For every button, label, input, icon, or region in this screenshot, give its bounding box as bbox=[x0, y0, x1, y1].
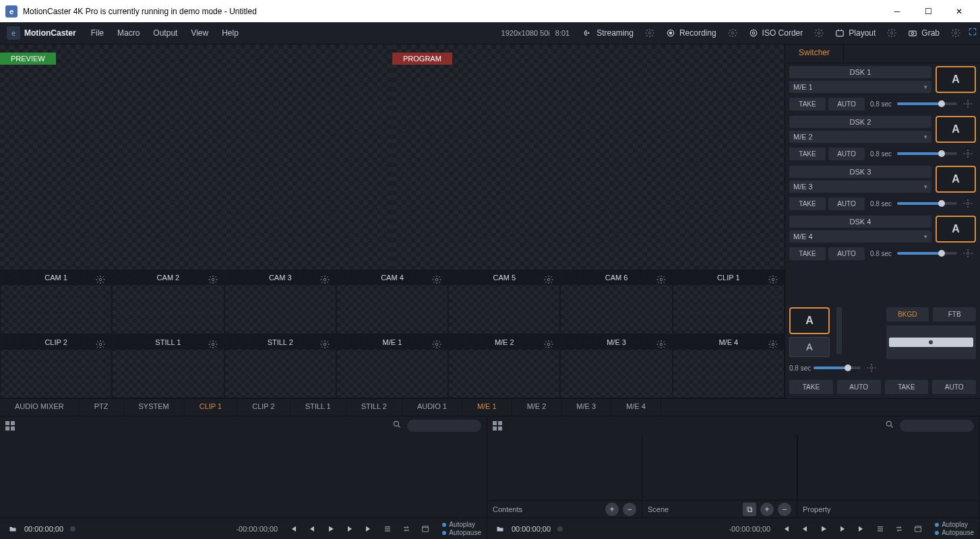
source-me1[interactable]: M/E 1 bbox=[336, 334, 448, 399]
dsk-auto-button[interactable]: AUTO bbox=[828, 98, 865, 110]
grab-button[interactable]: Grab bbox=[901, 26, 946, 40]
source-settings-icon[interactable] bbox=[541, 336, 557, 352]
menu-file[interactable]: File bbox=[84, 26, 111, 40]
mix-duration-slider[interactable] bbox=[814, 367, 860, 369]
skip-end-icon[interactable] bbox=[361, 521, 376, 536]
tab-audiomixer[interactable]: AUDIO MIXER bbox=[0, 399, 80, 416]
source-still2[interactable]: STILL 2 bbox=[224, 334, 336, 399]
dsk-duration-slider[interactable] bbox=[897, 102, 957, 105]
contents-remove-button[interactable]: − bbox=[623, 503, 636, 516]
mix-settings-icon[interactable] bbox=[863, 360, 880, 376]
dsk-select[interactable]: M/E 3 bbox=[789, 181, 931, 193]
source-cam1[interactable]: CAM 1 bbox=[0, 270, 112, 334]
source-settings-icon[interactable] bbox=[92, 272, 109, 288]
marker-dot[interactable] bbox=[70, 526, 75, 532]
source-settings-icon[interactable] bbox=[429, 336, 445, 352]
recording-settings-icon[interactable] bbox=[725, 25, 741, 41]
tab-still2[interactable]: STILL 2 bbox=[346, 399, 402, 416]
dsk-thumb[interactable]: A bbox=[936, 216, 976, 243]
source-cam5[interactable]: CAM 5 bbox=[448, 270, 560, 334]
tab-system[interactable]: SYSTEM bbox=[124, 399, 185, 416]
play-icon-2[interactable] bbox=[816, 521, 831, 536]
skip-start-icon-2[interactable] bbox=[778, 521, 793, 536]
folder-icon-2[interactable] bbox=[493, 521, 508, 536]
search-input[interactable] bbox=[407, 420, 481, 432]
loop-icon-2[interactable] bbox=[892, 521, 907, 536]
grid-view-icon-2[interactable] bbox=[493, 421, 502, 431]
marker-dot-2[interactable] bbox=[557, 526, 563, 532]
preview-monitor[interactable] bbox=[0, 44, 392, 270]
dsk-take-button[interactable]: TAKE bbox=[789, 247, 826, 260]
tab-me1[interactable]: M/E 1 bbox=[462, 399, 512, 416]
streaming-button[interactable]: Streaming bbox=[576, 26, 640, 40]
tab-ptz[interactable]: PTZ bbox=[80, 399, 124, 416]
dsk-settings-icon[interactable] bbox=[960, 245, 976, 261]
tab-me3[interactable]: M/E 3 bbox=[561, 399, 611, 416]
dsk-duration-slider[interactable] bbox=[897, 252, 957, 255]
autoplay-toggle-2[interactable]: Autoplay bbox=[935, 521, 974, 528]
list-icon[interactable] bbox=[380, 521, 395, 536]
scene-add-button[interactable]: + bbox=[760, 503, 774, 516]
source-cam6[interactable]: CAM 6 bbox=[560, 270, 672, 334]
source-settings-icon[interactable] bbox=[205, 272, 221, 288]
dsk-take-button[interactable]: TAKE bbox=[789, 98, 826, 110]
source-settings-icon[interactable] bbox=[205, 336, 221, 352]
step-back-icon-2[interactable] bbox=[797, 521, 812, 536]
dsk-auto-button[interactable]: AUTO bbox=[828, 197, 865, 210]
program-monitor[interactable] bbox=[392, 44, 785, 270]
clapper-icon-2[interactable] bbox=[911, 521, 925, 536]
playout-settings-icon[interactable] bbox=[884, 25, 900, 41]
skip-start-icon[interactable] bbox=[286, 521, 301, 536]
source-settings-icon[interactable] bbox=[541, 272, 557, 288]
tab-still1[interactable]: STILL 1 bbox=[290, 399, 346, 416]
source-settings-icon[interactable] bbox=[765, 336, 781, 352]
step-fwd-icon-2[interactable] bbox=[835, 521, 850, 536]
mix-scrollbar[interactable] bbox=[836, 307, 842, 354]
dsk-settings-icon[interactable] bbox=[960, 96, 976, 112]
dsk-select[interactable]: M/E 2 bbox=[789, 131, 931, 143]
scene-remove-button[interactable]: − bbox=[778, 503, 791, 516]
mix-take-1[interactable]: TAKE bbox=[789, 380, 833, 394]
source-settings-icon[interactable] bbox=[317, 272, 333, 288]
dsk-select[interactable]: M/E 4 bbox=[789, 230, 931, 243]
dsk-thumb[interactable]: A bbox=[936, 116, 976, 143]
step-fwd-icon[interactable] bbox=[342, 521, 357, 536]
source-settings-icon[interactable] bbox=[92, 336, 109, 352]
tab-me4[interactable]: M/E 4 bbox=[611, 399, 661, 416]
grid-view-icon[interactable] bbox=[5, 421, 15, 431]
dsk-thumb[interactable]: A bbox=[936, 166, 976, 193]
list-icon-2[interactable] bbox=[873, 521, 888, 536]
tab-me2[interactable]: M/E 2 bbox=[512, 399, 562, 416]
dsk-settings-icon[interactable] bbox=[960, 195, 976, 212]
search-input-2[interactable] bbox=[900, 420, 974, 432]
menu-view[interactable]: View bbox=[184, 26, 215, 40]
dsk-thumb[interactable]: A bbox=[936, 66, 976, 93]
close-button[interactable]: ✕ bbox=[944, 0, 975, 22]
playout-button[interactable]: Playout bbox=[828, 26, 882, 40]
mix-preview-thumb[interactable]: A bbox=[789, 307, 830, 334]
step-back-icon[interactable] bbox=[305, 521, 319, 536]
tab-clip1[interactable]: CLIP 1 bbox=[185, 399, 237, 416]
streaming-settings-icon[interactable] bbox=[642, 25, 658, 41]
source-settings-icon[interactable] bbox=[653, 272, 669, 288]
clapper-icon[interactable] bbox=[418, 521, 433, 536]
menu-output[interactable]: Output bbox=[146, 26, 184, 40]
mix-auto-2[interactable]: AUTO bbox=[932, 380, 976, 394]
scene-copy-button[interactable]: ⧉ bbox=[743, 503, 756, 516]
expand-icon[interactable] bbox=[968, 27, 977, 39]
dsk-take-button[interactable]: TAKE bbox=[789, 197, 826, 210]
mix-program-thumb[interactable]: A bbox=[789, 337, 830, 357]
autopause-toggle-2[interactable]: Autopause bbox=[935, 529, 974, 536]
tab-audio1[interactable]: AUDIO 1 bbox=[402, 399, 462, 416]
source-still1[interactable]: STILL 1 bbox=[112, 334, 224, 399]
source-settings-icon[interactable] bbox=[653, 336, 669, 352]
source-settings-icon[interactable] bbox=[765, 272, 781, 288]
source-clip1[interactable]: CLIP 1 bbox=[673, 270, 785, 334]
tab-switcher[interactable]: Switcher bbox=[785, 44, 844, 63]
grab-settings-icon[interactable] bbox=[948, 25, 964, 41]
dsk-auto-button[interactable]: AUTO bbox=[828, 247, 865, 260]
isocorder-settings-icon[interactable] bbox=[811, 25, 827, 41]
source-clip2[interactable]: CLIP 2 bbox=[0, 334, 112, 399]
loop-icon[interactable] bbox=[399, 521, 414, 536]
source-settings-icon[interactable] bbox=[317, 336, 333, 352]
